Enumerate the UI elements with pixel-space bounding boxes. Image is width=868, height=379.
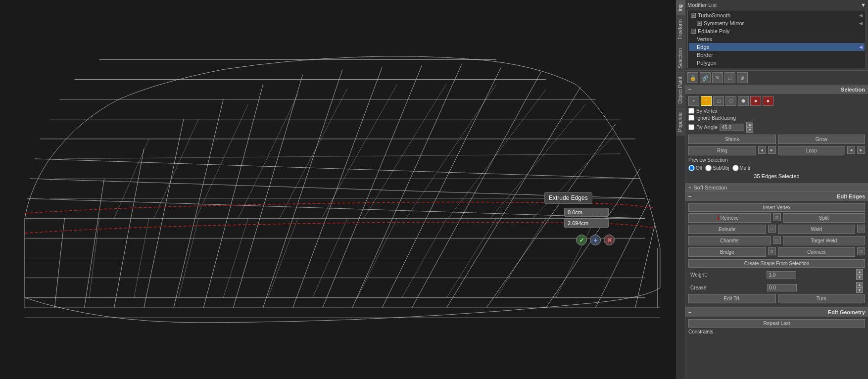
- bridge-sq-button[interactable]: □: [768, 247, 776, 255]
- selection-panel-minus: −: [688, 87, 691, 93]
- modifier-label-edge: Edge: [697, 44, 710, 50]
- edit-edges-panel: − Edit Edges Insert Vertex Remove □ Spli…: [685, 192, 868, 308]
- grow-button[interactable]: Grow: [778, 135, 866, 144]
- extrude-add-button[interactable]: +: [590, 235, 601, 245]
- mesh-viewport: [0, 0, 685, 379]
- modifier-item-edge[interactable]: Edge ◀: [689, 43, 865, 51]
- bridge-button[interactable]: Bridge: [688, 247, 766, 257]
- subobj-poly-icon[interactable]: ⬡: [725, 96, 736, 106]
- by-vertex-checkbox[interactable]: [688, 108, 694, 114]
- preview-subobj-label[interactable]: SubObj: [705, 165, 729, 171]
- by-angle-checkbox[interactable]: [688, 124, 694, 130]
- create-shape-button[interactable]: Create Shape From Selection: [688, 259, 865, 268]
- modifier-label-vertex: Vertex: [697, 36, 712, 42]
- extrude-input-1[interactable]: [564, 208, 609, 217]
- soft-selection-bar[interactable]: + Soft Selection: [685, 184, 868, 192]
- subobj-vertex-icon[interactable]: •: [688, 96, 699, 106]
- preview-off-radio[interactable]: [688, 165, 695, 171]
- edit-tri-button[interactable]: Edit Tri.: [688, 294, 776, 303]
- extrude-input-2[interactable]: [564, 219, 609, 228]
- by-angle-up[interactable]: ▲: [746, 122, 753, 127]
- weight-input[interactable]: [767, 271, 796, 279]
- loop-arrow-left[interactable]: ◄: [847, 146, 855, 154]
- side-tab-ing[interactable]: ing: [676, 0, 685, 15]
- extrude-popup: Extrude Edges: [544, 192, 592, 204]
- weld-button[interactable]: Weld: [778, 225, 856, 234]
- loop-button[interactable]: Loop: [778, 146, 846, 155]
- modifier-item-border[interactable]: Border: [689, 51, 865, 59]
- chamfer-sq-button[interactable]: □: [773, 236, 781, 244]
- modifier-arrow-edge: ◀: [859, 45, 863, 49]
- right-panel: Modifier List ▼ ✓ TurboSmooth ◀ ✓ Symmet…: [685, 0, 868, 379]
- modifier-checkbox-editablepoly[interactable]: [691, 29, 696, 34]
- turn-button[interactable]: Turn: [778, 294, 866, 303]
- extrude-button[interactable]: Extrude: [688, 225, 766, 234]
- crease-input[interactable]: [767, 284, 797, 291]
- by-angle-row: By Angle ▲ ▼: [688, 122, 865, 133]
- by-angle-label: By Angle: [696, 124, 718, 130]
- side-tab-object-paint[interactable]: Object Paint: [676, 72, 685, 107]
- by-vertex-label: By Vertex: [696, 108, 718, 114]
- weight-up[interactable]: ▲: [856, 269, 863, 275]
- shrink-button[interactable]: Shrink: [688, 135, 776, 144]
- target-weld-button[interactable]: Target Weld: [783, 236, 866, 245]
- by-angle-input[interactable]: [720, 124, 744, 131]
- modifier-list: ✓ TurboSmooth ◀ ✓ Symmetry Mirror ◀ Edit…: [687, 10, 866, 68]
- preview-selection-row: Preview Selection: [688, 157, 865, 163]
- modifier-checkbox-symmetry[interactable]: ✓: [697, 21, 702, 26]
- modifier-item-polygon[interactable]: Polygon: [689, 59, 865, 67]
- side-tab-freeform[interactable]: Freeform: [676, 15, 685, 44]
- connect-button[interactable]: Connect: [778, 247, 856, 257]
- subobj-edge-icon[interactable]: /: [701, 96, 712, 106]
- toolbar-icon-link[interactable]: 🔗: [700, 72, 711, 83]
- modifier-checkbox-turbosmooth[interactable]: ✓: [691, 13, 696, 18]
- split-button[interactable]: Split: [783, 213, 866, 223]
- by-angle-down[interactable]: ▼: [746, 127, 753, 133]
- edit-geometry-title: Edit Geometry: [828, 309, 865, 315]
- crease-up[interactable]: ▲: [856, 282, 863, 287]
- remove-button[interactable]: Remove: [688, 213, 771, 223]
- extrude-cancel-button[interactable]: ✕: [604, 235, 615, 245]
- selection-panel: − Selection • / ◻ ⬡ ⬢ ■ ■ By Vertex Igno…: [685, 85, 868, 184]
- weld-sq-button[interactable]: □: [857, 225, 865, 233]
- remove-split-row: Remove □ Split: [688, 213, 865, 223]
- subobj-red2-icon[interactable]: ■: [763, 96, 773, 106]
- remove-sq-button[interactable]: □: [773, 213, 781, 221]
- ring-arrow-right[interactable]: ►: [768, 146, 776, 154]
- side-tab-populate[interactable]: Populate: [676, 108, 685, 136]
- toolbar-icon-square[interactable]: □: [724, 72, 735, 83]
- preview-subobj-radio[interactable]: [705, 165, 712, 171]
- subobj-elem-icon[interactable]: ⬢: [738, 96, 749, 106]
- modifier-item-editablepoly[interactable]: Editable Poly: [689, 27, 865, 35]
- crease-down[interactable]: ▼: [856, 287, 863, 293]
- weight-down[interactable]: ▼: [856, 275, 863, 280]
- extrude-popup-label: Extrude Edges: [549, 194, 588, 201]
- subobj-border-icon[interactable]: ◻: [713, 96, 724, 106]
- viewport[interactable]: 3D HUMSTER3D: [0, 0, 685, 379]
- preview-off-label[interactable]: Off: [688, 165, 702, 171]
- ignore-backfacing-row: Ignore Backfacing: [688, 115, 865, 121]
- loop-arrow-right[interactable]: ►: [857, 146, 865, 154]
- extrude-confirm-button[interactable]: ✓: [576, 235, 587, 245]
- toolbar-icon-plus[interactable]: ⊕: [737, 72, 748, 83]
- side-tab-selection[interactable]: Selection: [676, 44, 685, 72]
- subobj-red1-icon[interactable]: ■: [750, 96, 761, 106]
- extrude-sq-button[interactable]: □: [768, 225, 776, 233]
- edit-edges-title: Edit Edges: [837, 193, 865, 199]
- toolbar-icon-pencil[interactable]: ✎: [712, 72, 723, 83]
- insert-vertex-button[interactable]: Insert Vertex: [688, 203, 865, 212]
- ignore-backfacing-checkbox[interactable]: [688, 115, 694, 121]
- chamfer-button[interactable]: Chamfer: [688, 236, 771, 245]
- toolbar-icon-lock[interactable]: 🔒: [687, 72, 698, 83]
- modifier-item-turbosmooth[interactable]: ✓ TurboSmooth ◀: [689, 11, 865, 19]
- preview-multi-label[interactable]: Multi: [732, 165, 750, 171]
- soft-selection-label: Soft Selection: [693, 185, 727, 190]
- repeat-last-button[interactable]: Repeat Last: [688, 319, 865, 328]
- connect-sq-button[interactable]: □: [857, 247, 865, 255]
- ring-button[interactable]: Ring: [688, 146, 756, 155]
- modifier-item-vertex[interactable]: Vertex: [689, 35, 865, 43]
- ring-arrow-left[interactable]: ◄: [758, 146, 766, 154]
- modifier-item-symmetry[interactable]: ✓ Symmetry Mirror ◀: [689, 19, 865, 27]
- edit-edges-minus: −: [688, 193, 691, 199]
- preview-multi-radio[interactable]: [732, 165, 739, 171]
